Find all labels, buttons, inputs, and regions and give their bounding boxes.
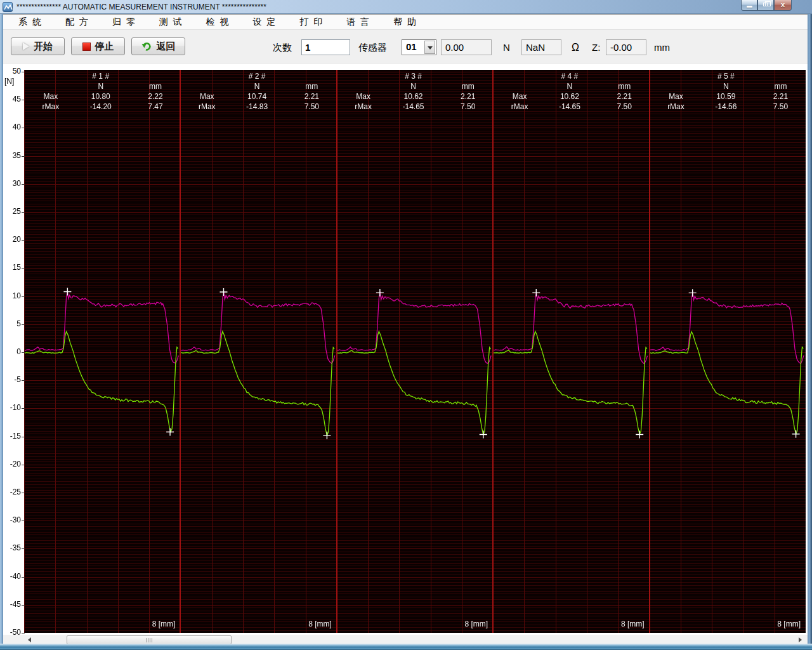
y-tick-mark (22, 493, 25, 493)
panel-header: # 4 # Nmm Max10.622.21 rMax-14.657.50 (493, 71, 649, 113)
count-input[interactable] (301, 39, 350, 55)
close-button[interactable]: x (774, 0, 792, 11)
panel-title: # 1 # (75, 71, 126, 81)
panel-unit-mm: mm (288, 81, 335, 91)
stop-button-label: 停止 (95, 41, 114, 53)
y-tick-mark (22, 296, 25, 297)
stop-button[interactable]: 停止 (71, 37, 125, 55)
start-button-label: 开始 (34, 41, 53, 53)
y-tick-label: 40 (3, 123, 21, 132)
measurement-plot[interactable] (24, 70, 806, 633)
panel-unit-mm: mm (445, 81, 492, 91)
menu-language[interactable]: 语 言 (339, 17, 378, 28)
menu-zero[interactable]: 归 零 (105, 17, 144, 28)
y-tick-label: 45 (3, 95, 21, 104)
panel-header: # 3 # Nmm Max10.622.21 rMax-14.657.50 (337, 71, 493, 113)
panel-unit-n: N (75, 81, 126, 91)
panel-unit-n: N (701, 81, 751, 91)
sensor-dropdown-button[interactable] (424, 41, 435, 54)
max-label: Max (183, 91, 230, 102)
count-label: 次数 (273, 39, 292, 55)
arrow-left-icon (28, 637, 31, 642)
restore-button[interactable] (757, 0, 774, 11)
menu-test[interactable]: 测 试 (152, 17, 191, 28)
y-tick-mark (22, 240, 25, 241)
rmax-n-value: -14.83 (232, 102, 282, 112)
chevron-down-icon (428, 46, 433, 50)
y-tick-label: -20 (3, 460, 21, 469)
y-tick-mark (22, 156, 25, 157)
minimize-button[interactable] (741, 0, 757, 11)
back-button-label: 返回 (157, 41, 176, 53)
window-controls: x (741, 0, 792, 11)
y-tick-label: -40 (3, 572, 21, 581)
y-tick-mark (22, 633, 25, 633)
x-axis-label: 8 [mm] (437, 620, 488, 629)
y-tick-label: 35 (3, 151, 21, 161)
y-tick-mark (22, 380, 25, 381)
menu-view[interactable]: 检 视 (199, 17, 238, 28)
panel-unit-n: N (232, 81, 282, 91)
return-arrow-icon (141, 41, 152, 51)
y-tick-mark (22, 212, 25, 213)
arrow-right-icon (799, 637, 802, 642)
menu-print[interactable]: 打 印 (292, 17, 331, 28)
max-n-value: 10.59 (701, 91, 751, 102)
max-n-value: 10.62 (388, 91, 438, 102)
x-axis-label: 8 [mm] (594, 620, 645, 629)
max-mm-value: 2.21 (288, 91, 335, 102)
panel-header: # 1 # Nmm Max10.802.22 rMax-14.207.47 (24, 71, 180, 113)
y-tick-label: -15 (3, 432, 21, 441)
window-frame-left (0, 14, 3, 645)
rmax-n-value: -14.65 (544, 102, 594, 112)
y-tick-label: 50 (3, 67, 21, 76)
y-tick-label: 20 (3, 235, 21, 244)
y-tick-mark (22, 605, 25, 606)
panel-title: # 4 # (544, 71, 594, 81)
chart-region: 50454035302520151050-5-10-15-20-25-30-35… (3, 63, 808, 635)
menu-bar: 系 统 配 方 归 零 测 试 检 视 设 定 打 印 语 言 帮 助 (3, 14, 808, 30)
back-button[interactable]: 返回 (131, 37, 185, 55)
resistance-readout: NaN (521, 39, 561, 55)
menu-system[interactable]: 系 统 (11, 17, 50, 28)
y-tick-mark (22, 268, 25, 269)
rmax-n-value: -14.20 (75, 102, 126, 112)
max-label: Max (27, 91, 74, 102)
title-bar[interactable]: *************** AUTOMATIC MEASUREMENT IN… (0, 0, 812, 14)
start-button[interactable]: 开始 (11, 37, 65, 55)
y-tick-mark (22, 184, 25, 185)
window-frame-right (808, 14, 812, 645)
toolbar: 开始 停止 返回 次数 传感器 01 0.00 N NaN Ω Z: -0.00… (3, 30, 808, 63)
x-axis-label: 8 [mm] (124, 620, 175, 629)
y-tick-mark (22, 128, 25, 128)
x-axis-label: 8 [mm] (281, 620, 332, 629)
scrollbar-thumb[interactable] (67, 635, 232, 644)
rmax-n-value: -14.56 (701, 102, 751, 112)
y-tick-mark (22, 521, 25, 521)
rmax-label: rMax (496, 102, 543, 112)
rmax-label: rMax (27, 102, 74, 112)
y-tick-label: -35 (3, 543, 21, 553)
panel-header: # 5 # Nmm Max10.592.21 rMax-14.567.50 (650, 71, 806, 113)
window-frame-bottom (0, 644, 812, 650)
y-tick-label: 5 (3, 319, 21, 329)
y-tick-label: 10 (3, 291, 21, 301)
panel-title: # 5 # (701, 71, 751, 81)
y-tick-mark (22, 465, 25, 465)
y-tick-mark (22, 352, 25, 353)
menu-recipe[interactable]: 配 方 (58, 17, 97, 28)
force-unit-label: N (503, 39, 510, 55)
sensor-select[interactable]: 01 (402, 39, 436, 55)
menu-settings[interactable]: 设 定 (245, 17, 284, 28)
minimize-icon (747, 6, 752, 8)
max-mm-value: 2.21 (601, 91, 648, 102)
menu-help[interactable]: 帮 助 (386, 17, 425, 28)
panel-title: # 3 # (388, 71, 438, 81)
max-n-value: 10.74 (232, 91, 282, 102)
panel-unit-mm: mm (757, 81, 804, 91)
panel-unit-mm: mm (132, 81, 179, 91)
rmax-label: rMax (653, 102, 700, 112)
y-tick-mark (22, 577, 25, 578)
panel-unit-n: N (388, 81, 438, 91)
sensor-label: 传感器 (358, 39, 387, 55)
